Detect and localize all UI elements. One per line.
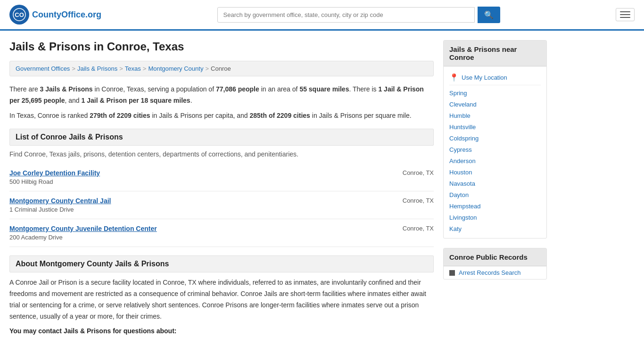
- facility-entry: Montgomery County Juvenile Detention Cen…: [9, 219, 434, 247]
- sidebar-nearby-list: 📍 Use My Location Spring Cleveland Humbl…: [444, 66, 546, 238]
- main-content: Jails & Prisons in Conroe, Texas Governm…: [9, 40, 443, 335]
- facility-link[interactable]: Montgomery County Juvenile Detention Cen…: [9, 225, 157, 232]
- list-description: Find Conroe, Texas jails, prisons, deten…: [9, 150, 434, 158]
- breadcrumb: Government Offices > Jails & Prisons > T…: [9, 61, 434, 76]
- sidebar-nearby-title: Jails & Prisons near Conroe: [444, 41, 546, 66]
- info-rank-capita: 279th of 2209 cities: [90, 112, 150, 119]
- facility-address: 500 Hilbig Road: [9, 178, 100, 185]
- sidebar-city-item: Dayton: [449, 189, 541, 200]
- arrest-records-link[interactable]: Arrest Records Search: [459, 269, 521, 276]
- sidebar-jails-near: Jails & Prisons near Conroe 📍 Use My Loc…: [443, 40, 547, 239]
- sidebar-city-link-dayton[interactable]: Dayton: [449, 191, 469, 198]
- breadcrumb-gov-offices[interactable]: Government Offices: [16, 65, 70, 72]
- sidebar-use-location: 📍 Use My Location: [449, 70, 541, 85]
- menu-bar: [620, 17, 630, 18]
- about-section-header: About Montgomery County Jails & Prisons: [9, 255, 434, 272]
- breadcrumb-montgomery[interactable]: Montgomery County: [148, 65, 203, 72]
- facility-row: Montgomery County Central Jail 1 Crimina…: [9, 197, 434, 213]
- sidebar-city-item: Cleveland: [449, 99, 541, 110]
- menu-bar: [620, 14, 630, 15]
- breadcrumb-sep: >: [119, 65, 123, 72]
- facility-link[interactable]: Joe Corley Detention Facility: [9, 169, 100, 177]
- location-pin-icon: 📍: [449, 73, 459, 82]
- sidebar-city-link-katy[interactable]: Katy: [449, 225, 462, 232]
- info-entity-type: Jails & Prisons: [45, 85, 92, 93]
- info-count: 3: [40, 85, 44, 93]
- facility-address: 200 Academy Drive: [9, 234, 157, 241]
- content-wrapper: Jails & Prisons in Conroe, Texas Governm…: [0, 31, 644, 344]
- sidebar-city-link-cleveland[interactable]: Cleveland: [449, 101, 477, 108]
- search-input[interactable]: [217, 7, 475, 23]
- breadcrumb-sep: >: [72, 65, 75, 72]
- sidebar-city-link-humble[interactable]: Humble: [449, 112, 471, 119]
- info-per-sqmile: 1 Jail & Prison per 18 square miles: [82, 97, 190, 104]
- facility-city: Conroe, TX: [403, 169, 434, 176]
- sidebar-city-item: Navasota: [449, 178, 541, 189]
- facility-name: Montgomery County Central Jail: [9, 197, 111, 205]
- use-my-location-link[interactable]: Use My Location: [462, 74, 507, 81]
- info-rank-sqmile: 285th of 2209 cities: [249, 112, 310, 119]
- hamburger-menu-button[interactable]: [616, 8, 635, 21]
- facility-name: Joe Corley Detention Facility: [9, 169, 100, 177]
- contact-heading: You may contact Jails & Prisons for ques…: [9, 327, 434, 335]
- facility-entry: Joe Corley Detention Facility 500 Hilbig…: [9, 164, 434, 191]
- info-city: Conroe, Texas: [101, 85, 144, 93]
- breadcrumb-jails-prisons[interactable]: Jails & Prisons: [77, 65, 117, 72]
- facility-info: Montgomery County Central Jail 1 Crimina…: [9, 197, 111, 213]
- facility-row: Montgomery County Juvenile Detention Cen…: [9, 225, 434, 241]
- svg-text:CO: CO: [15, 11, 24, 18]
- search-area: 🔍: [217, 7, 500, 23]
- info-population: 77,086 people: [216, 85, 259, 93]
- about-text: A Conroe Jail or Prison is a secure faci…: [9, 277, 434, 322]
- list-section-header: List of Conroe Jails & Prisons: [9, 129, 434, 146]
- facility-info: Joe Corley Detention Facility 500 Hilbig…: [9, 169, 100, 185]
- menu-bar: [620, 11, 630, 12]
- sidebar-city-link-livingston[interactable]: Livingston: [449, 214, 477, 221]
- sidebar-city-item: Hempstead: [449, 200, 541, 212]
- sidebar-city-item: Houston: [449, 166, 541, 178]
- info-area: 55 square miles: [299, 85, 349, 93]
- sidebar: Jails & Prisons near Conroe 📍 Use My Loc…: [443, 40, 547, 335]
- facility-city: Conroe, TX: [403, 225, 434, 232]
- sidebar-city-link-cypress[interactable]: Cypress: [449, 146, 472, 153]
- sidebar-public-records-title: Conroe Public Records: [444, 248, 546, 266]
- sidebar-public-records: Conroe Public Records Arrest Records Sea…: [443, 248, 547, 280]
- sidebar-record-item: Arrest Records Search: [444, 266, 546, 279]
- sidebar-city-item: Livingston: [449, 212, 541, 223]
- sidebar-city-link-hempstead[interactable]: Hempstead: [449, 203, 480, 210]
- facility-entry: Montgomery County Central Jail 1 Crimina…: [9, 191, 434, 219]
- facility-address: 1 Criminal Justice Drive: [9, 206, 111, 213]
- facility-link[interactable]: Montgomery County Central Jail: [9, 197, 111, 205]
- sidebar-city-link-anderson[interactable]: Anderson: [449, 157, 476, 165]
- breadcrumb-sep: >: [205, 65, 209, 72]
- sidebar-city-link-huntsville[interactable]: Huntsville: [449, 123, 476, 131]
- sidebar-city-item: Katy: [449, 223, 541, 234]
- info-block: There are 3 Jails & Prisons in Conroe, T…: [9, 84, 434, 121]
- sidebar-city-item: Spring: [449, 87, 541, 99]
- facility-info: Montgomery County Juvenile Detention Cen…: [9, 225, 157, 241]
- facility-city: Conroe, TX: [403, 197, 434, 204]
- about-section: About Montgomery County Jails & Prisons …: [9, 255, 434, 334]
- breadcrumb-sep: >: [143, 65, 147, 72]
- sidebar-city-item: Huntsville: [449, 121, 541, 132]
- breadcrumb-conroe: Conroe: [211, 65, 231, 72]
- sidebar-city-item: Cypress: [449, 144, 541, 155]
- facility-name: Montgomery County Juvenile Detention Cen…: [9, 225, 157, 232]
- logo-text: CountyOffice.org: [32, 10, 101, 20]
- sidebar-city-item: Anderson: [449, 155, 541, 166]
- sidebar-city-item: Coldspring: [449, 132, 541, 144]
- sidebar-city-link-coldspring[interactable]: Coldspring: [449, 135, 479, 142]
- record-icon: [449, 270, 455, 276]
- page-title: Jails & Prisons in Conroe, Texas: [9, 40, 434, 53]
- search-icon: 🔍: [484, 11, 494, 19]
- facility-row: Joe Corley Detention Facility 500 Hilbig…: [9, 169, 434, 185]
- search-button[interactable]: 🔍: [478, 7, 500, 23]
- header: CO CountyOffice.org 🔍: [0, 0, 644, 31]
- sidebar-city-link-navasota[interactable]: Navasota: [449, 180, 475, 187]
- breadcrumb-texas[interactable]: Texas: [125, 65, 141, 72]
- sidebar-city-item: Humble: [449, 110, 541, 121]
- sidebar-city-link-houston[interactable]: Houston: [449, 169, 472, 176]
- logo-icon: CO: [9, 5, 29, 25]
- sidebar-city-link-spring[interactable]: Spring: [449, 90, 467, 97]
- logo-area: CO CountyOffice.org: [9, 5, 101, 25]
